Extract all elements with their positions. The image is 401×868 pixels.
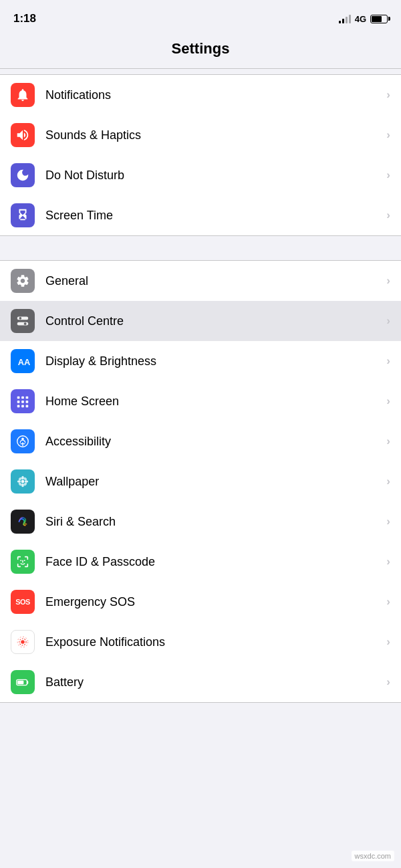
battery-status-icon — [370, 15, 388, 23]
notifications-label: Notifications — [45, 88, 381, 102]
status-time: 1:18 — [13, 12, 36, 25]
notifications-icon — [11, 83, 35, 107]
svg-rect-13 — [26, 405, 29, 408]
screentime-chevron: › — [386, 209, 390, 222]
wallpaper-icon — [11, 469, 35, 494]
moon-icon — [15, 168, 30, 183]
wallpaper-chevron: › — [386, 475, 390, 488]
homescreen-chevron: › — [386, 395, 390, 408]
face-scan-icon — [15, 554, 30, 569]
homescreen-label: Home Screen — [45, 395, 381, 409]
siri-row[interactable]: Siri & Search › — [0, 502, 401, 542]
status-bar: 1:18 4G — [0, 0, 401, 33]
screentime-icon — [11, 203, 35, 227]
donotdisturb-icon — [11, 163, 35, 187]
faceid-icon — [11, 550, 35, 574]
donotdisturb-row[interactable]: Do Not Disturb › — [0, 155, 401, 195]
svg-rect-12 — [21, 405, 24, 408]
emergencysos-label: Emergency SOS — [45, 595, 381, 609]
notifications-chevron: › — [386, 88, 390, 102]
exposure-notifications-icon — [15, 635, 30, 649]
general-row[interactable]: General › — [0, 261, 401, 301]
display-label: Display & Brightness — [45, 354, 381, 368]
sounds-row[interactable]: Sounds & Haptics › — [0, 115, 401, 155]
svg-rect-6 — [21, 397, 24, 399]
siri-chevron: › — [386, 515, 390, 528]
accessibility-row[interactable]: Accessibility › — [0, 421, 401, 461]
settings-header: Settings — [0, 33, 401, 69]
svg-point-3 — [24, 322, 27, 325]
svg-point-30 — [21, 640, 25, 644]
controlcentre-row[interactable]: Control Centre › — [0, 301, 401, 341]
emergencysos-chevron: › — [386, 595, 390, 609]
wallpaper-label: Wallpaper — [45, 475, 381, 489]
svg-rect-11 — [17, 405, 20, 408]
siri-logo-icon — [15, 514, 30, 529]
exposure-chevron: › — [386, 635, 390, 649]
battery-label: Battery — [45, 675, 381, 689]
screentime-row[interactable]: Screen Time › — [0, 195, 401, 235]
watermark: wsxdc.com — [352, 851, 394, 861]
general-label: General — [45, 274, 381, 288]
svg-point-20 — [21, 483, 24, 487]
controlcentre-icon — [11, 309, 35, 333]
svg-point-28 — [24, 560, 25, 561]
siri-icon — [11, 510, 35, 534]
display-chevron: › — [386, 354, 390, 368]
display-brightness-icon: AA — [15, 354, 30, 368]
display-icon: AA — [11, 349, 35, 373]
svg-rect-0 — [17, 317, 29, 320]
svg-point-22 — [25, 480, 29, 483]
svg-rect-7 — [26, 397, 29, 399]
svg-rect-9 — [21, 401, 24, 403]
svg-text:AA: AA — [18, 357, 30, 367]
donotdisturb-label: Do Not Disturb — [45, 169, 381, 183]
emergencysos-row[interactable]: SOS Emergency SOS › — [0, 582, 401, 622]
page-title: Settings — [172, 40, 230, 57]
wallpaper-row[interactable]: Wallpaper › — [0, 461, 401, 502]
svg-point-19 — [21, 476, 24, 480]
siri-label: Siri & Search — [45, 515, 381, 529]
sounds-chevron: › — [386, 128, 390, 142]
gear-icon — [15, 274, 30, 288]
homescreen-icon — [11, 389, 35, 413]
battery-chevron: › — [386, 675, 390, 689]
network-type: 4G — [355, 14, 366, 24]
svg-point-21 — [17, 480, 21, 483]
exposure-label: Exposure Notifications — [45, 635, 381, 649]
battery-row[interactable]: Battery › — [0, 662, 401, 702]
grid-icon — [15, 394, 30, 409]
faceid-row[interactable]: Face ID & Passcode › — [0, 542, 401, 582]
donotdisturb-chevron: › — [386, 169, 390, 182]
accessibility-label: Accessibility — [45, 435, 381, 449]
speaker-icon — [15, 128, 30, 142]
settings-section-2: General › Control Centre › AA Display & … — [0, 260, 401, 703]
settings-section-1: Notifications › Sounds & Haptics › Do No… — [0, 74, 401, 236]
svg-rect-5 — [17, 397, 20, 399]
exposure-icon — [11, 630, 35, 654]
accessibility-chevron: › — [386, 435, 390, 448]
signal-icon — [339, 14, 351, 23]
battery-settings-icon — [11, 670, 35, 694]
homescreen-row[interactable]: Home Screen › — [0, 381, 401, 421]
notifications-row[interactable]: Notifications › — [0, 75, 401, 115]
svg-point-27 — [20, 560, 21, 561]
screentime-label: Screen Time — [45, 209, 381, 223]
svg-point-2 — [19, 317, 22, 320]
status-icons: 4G — [339, 14, 388, 24]
toggle-icon — [15, 314, 30, 328]
sounds-icon — [11, 123, 35, 147]
sounds-label: Sounds & Haptics — [45, 128, 381, 142]
svg-rect-8 — [17, 401, 20, 403]
faceid-label: Face ID & Passcode — [45, 555, 381, 569]
section-divider-1 — [0, 236, 401, 260]
general-chevron: › — [386, 274, 390, 288]
exposure-row[interactable]: Exposure Notifications › — [0, 622, 401, 662]
accessibility-icon — [11, 429, 35, 453]
svg-rect-34 — [17, 681, 23, 685]
bell-icon — [15, 88, 30, 102]
faceid-chevron: › — [386, 555, 390, 568]
display-row[interactable]: AA Display & Brightness › — [0, 341, 401, 381]
svg-point-18 — [21, 480, 25, 483]
scroll-area-top — [0, 69, 401, 74]
